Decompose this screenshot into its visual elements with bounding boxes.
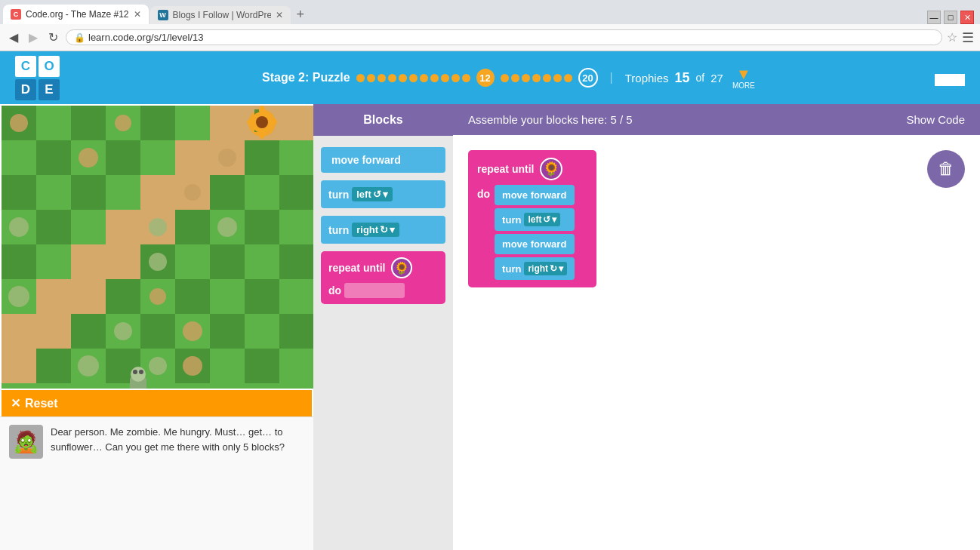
turn-left-block[interactable]: turn left ↺ ▾	[321, 180, 445, 208]
tab-label: Code.org - The Maze #12	[26, 9, 129, 20]
inner-right-select[interactable]: right ↻ ▾	[524, 262, 567, 275]
browser-chrome: C Code.org - The Maze #12 ✕ W Blogs I Fo…	[0, 0, 980, 51]
assembly-area: 🗑 repeat until 🌻 do	[453, 135, 980, 550]
logo-e: E	[39, 79, 60, 100]
right-arrow-icon: ↻	[380, 224, 388, 235]
svg-point-75	[139, 370, 143, 374]
repeat-until-outer[interactable]: repeat until 🌻 do move forward	[468, 150, 596, 287]
zombie-avatar: 🧟	[9, 425, 43, 459]
tab-favicon-wp: W	[158, 10, 168, 20]
assembly-flower-icon: 🌻	[540, 158, 562, 180]
show-code-button[interactable]: Show Code	[906, 113, 965, 126]
svg-point-73	[131, 367, 146, 382]
blocks-header: Blocks	[313, 104, 453, 136]
svg-point-71	[183, 356, 202, 376]
reset-label: Reset	[25, 397, 58, 410]
forward-button[interactable]: ▶	[26, 27, 41, 48]
turn-left-select[interactable]: left ↺ ▾	[352, 187, 393, 201]
svg-rect-18	[245, 210, 279, 244]
address-input[interactable]	[88, 32, 934, 43]
assembly-header: Assemble your blocks here: 5 / 5 Show Co…	[453, 104, 980, 135]
repeat-until-label: repeat until	[477, 163, 534, 175]
svg-point-64	[149, 253, 167, 271]
tab-favicon: C	[11, 9, 21, 20]
tab-close-wp-icon[interactable]: ✕	[276, 10, 283, 20]
back-button[interactable]: ◀	[6, 27, 21, 48]
logo-d: D	[15, 79, 36, 100]
inner-left-select[interactable]: left ↺ ▾	[524, 213, 560, 226]
svg-rect-51	[36, 314, 71, 349]
turn-right-label: turn	[328, 224, 349, 236]
repeat-flower-icon: 🌻	[391, 257, 412, 278]
svg-point-79	[259, 106, 265, 115]
svg-point-60	[184, 184, 201, 201]
bookmark-icon[interactable]: ☆	[947, 30, 957, 45]
reset-bar: ✕ Reset	[2, 390, 312, 416]
svg-rect-52	[2, 349, 36, 383]
maze-canvas	[2, 106, 313, 389]
svg-rect-10	[2, 175, 36, 210]
inner-move-forward-2[interactable]: move forward	[495, 234, 575, 254]
close-btn[interactable]: ✕	[960, 11, 974, 24]
svg-rect-46	[71, 244, 106, 279]
blocks-list: move forward turn left ↺ ▾ turn right ↻ …	[313, 136, 453, 315]
assembled-blocks: repeat until 🌻 do move forward	[468, 150, 596, 287]
logo-o: O	[39, 56, 60, 77]
svg-rect-14	[279, 175, 313, 210]
maximize-btn[interactable]: □	[944, 11, 957, 24]
svg-rect-29	[71, 314, 106, 349]
tab-code-org[interactable]: C Code.org - The Maze #12 ✕	[3, 5, 149, 24]
svg-rect-15	[36, 210, 71, 244]
nav-bar: ◀ ▶ ↻ 🔒 ☆ ☰	[0, 24, 980, 51]
menu-icon[interactable]: ☰	[962, 29, 974, 46]
do-slot	[344, 283, 405, 298]
turn-right-block[interactable]: turn right ↻ ▾	[321, 216, 445, 244]
svg-point-68	[183, 321, 202, 341]
svg-point-58	[79, 148, 98, 167]
svg-point-69	[78, 355, 99, 376]
stage-label: Stage 2: Puzzle	[262, 71, 350, 84]
svg-rect-13	[210, 175, 245, 210]
trophy-down-icon: ▼	[736, 66, 751, 81]
inner-turn-left[interactable]: turn left ↺ ▾	[495, 208, 575, 231]
sign-in-button[interactable]	[935, 74, 965, 86]
turn-right-select[interactable]: right ↻ ▾	[352, 223, 399, 237]
more-label: MORE	[732, 81, 755, 90]
svg-point-61	[9, 217, 29, 237]
logo[interactable]: C O D E	[15, 56, 60, 100]
svg-point-74	[133, 370, 137, 374]
more-dropdown[interactable]: ▼ MORE	[732, 66, 755, 90]
assembly-title: Assemble your blocks here: 5 / 5	[468, 113, 633, 126]
svg-rect-27	[245, 279, 279, 314]
main-content: ✕ Reset 🧟 Dear person. Me zombie. Me hun…	[0, 104, 980, 550]
dropdown-icon: ▾	[383, 189, 388, 200]
repeat-block[interactable]: repeat until 🌻 do	[321, 251, 445, 304]
inner-turn-right[interactable]: turn right ↻ ▾	[495, 257, 575, 280]
tab-wordpress[interactable]: W Blogs I Follow | WordPress... ✕	[150, 6, 291, 24]
svg-point-78	[256, 116, 268, 128]
svg-rect-40	[175, 140, 210, 175]
svg-point-63	[217, 217, 237, 237]
reload-button[interactable]: ↻	[45, 27, 61, 48]
tab-close-icon[interactable]: ✕	[134, 9, 141, 20]
inner-move-forward-1[interactable]: move forward	[495, 185, 575, 205]
do-row: do move forward turn left ↺	[477, 185, 587, 280]
new-tab-button[interactable]: +	[291, 5, 311, 24]
svg-rect-44	[106, 210, 140, 244]
svg-rect-26	[175, 279, 210, 314]
x-icon: ✕	[11, 396, 20, 410]
do-label: do	[328, 284, 341, 297]
puzzle-num-12: 12	[476, 69, 495, 87]
trash-button[interactable]: 🗑	[927, 150, 965, 188]
puzzle-dots-1	[356, 74, 470, 82]
minimize-btn[interactable]: —	[927, 11, 941, 24]
do-label-assembly: do	[477, 185, 490, 200]
move-forward-block[interactable]: move forward	[321, 147, 445, 173]
svg-rect-47	[106, 244, 140, 279]
dialog-area: 🧟 Dear person. Me zombie. Me hungry. Mus…	[0, 416, 313, 550]
svg-rect-48	[36, 279, 71, 314]
svg-rect-22	[210, 244, 245, 279]
svg-point-82	[247, 119, 256, 125]
svg-point-66	[149, 288, 166, 305]
reset-button[interactable]: ✕ Reset	[11, 396, 58, 410]
